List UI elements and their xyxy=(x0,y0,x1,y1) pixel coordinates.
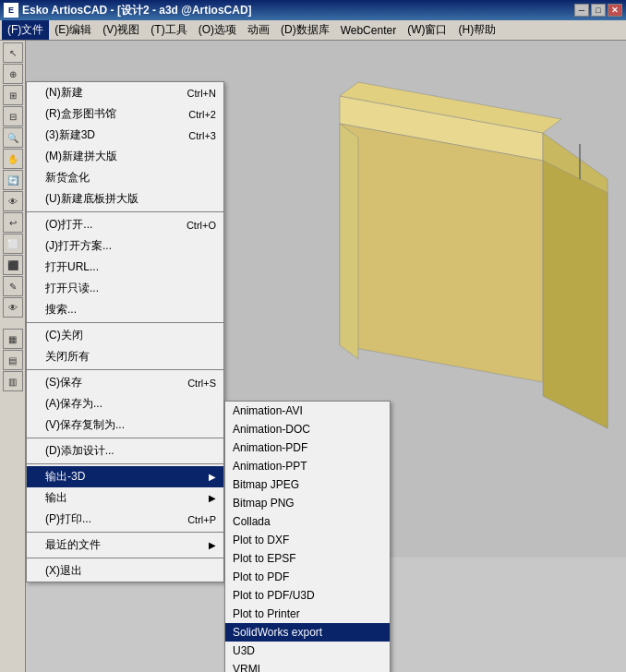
submenu-solidworks[interactable]: SolidWorks export xyxy=(225,623,390,642)
submenu-vrml[interactable]: VRML xyxy=(225,660,390,672)
menu-view[interactable]: (V)视图 xyxy=(97,20,145,40)
submenu-plot-pdf-u3d[interactable]: Plot to PDF/U3D xyxy=(225,586,390,605)
submenu-plot-printer[interactable]: Plot to Printer xyxy=(225,605,390,623)
menu-window[interactable]: (W)窗口 xyxy=(402,20,452,40)
menu-tools[interactable]: (T)工具 xyxy=(145,20,192,40)
submenu-u3d[interactable]: U3D xyxy=(225,642,390,660)
menu-new3d[interactable]: (3)新建3D Ctrl+3 xyxy=(27,125,223,146)
menu-close-all[interactable]: 关闭所有 xyxy=(27,346,223,367)
toolbar-btn-12[interactable]: ✎ xyxy=(3,276,23,296)
menu-export[interactable]: 输出 ▶ xyxy=(27,487,223,509)
close-button[interactable]: ✕ xyxy=(608,4,622,17)
menu-open-url[interactable]: 打开URL... xyxy=(27,257,223,278)
canvas-area: Y X Z (N)新建 Ctrl+N (R)盒形图书馆 Ctrl+2 xyxy=(26,41,626,672)
menu-webcenter[interactable]: WebCenter xyxy=(335,22,402,39)
minimize-button[interactable]: ─ xyxy=(574,4,589,17)
submenu-export-3d: Animation-AVI Animation-DOC Animation-PD… xyxy=(224,401,391,672)
submenu-animation-avi[interactable]: Animation-AVI xyxy=(225,402,390,420)
menu-animation[interactable]: 动画 xyxy=(242,20,275,40)
menu-save[interactable]: (S)保存 Ctrl+S xyxy=(27,372,223,393)
window-controls: ─ □ ✕ xyxy=(574,4,622,17)
left-toolbar: ↖ ⊕ ⊞ ⊟ 🔍 ✋ 🔄 👁 ↩ ⬜ ⬛ ✎ 👁 ▦ ▤ ▥ xyxy=(0,41,26,672)
title-bar: E Esko ArtiosCAD - [设计2 - a3d @ArtiosCAD… xyxy=(0,0,626,20)
menu-close[interactable]: (C)关闭 xyxy=(27,325,223,346)
menu-open-scheme[interactable]: (J)打开方案... xyxy=(27,235,223,257)
menu-new[interactable]: (N)新建 Ctrl+N xyxy=(27,82,223,103)
menu-recent[interactable]: 最近的文件 ▶ xyxy=(27,534,223,556)
separator-1 xyxy=(27,211,223,212)
toolbar-btn-3[interactable]: ⊞ xyxy=(3,85,23,105)
menu-save-as[interactable]: (A)保存为... xyxy=(27,393,223,414)
menu-new-carton[interactable]: 新货盒化 xyxy=(27,167,223,188)
svg-marker-3 xyxy=(340,124,543,382)
separator-2 xyxy=(27,322,223,323)
menu-library[interactable]: (R)盒形图书馆 Ctrl+2 xyxy=(27,103,223,125)
menu-new-baseplate[interactable]: (U)新建底板拼大版 xyxy=(27,188,223,210)
file-menu: (N)新建 Ctrl+N (R)盒形图书馆 Ctrl+2 (3)新建3D Ctr… xyxy=(26,81,224,582)
toolbar-btn-4[interactable]: ⊟ xyxy=(3,106,23,126)
menu-help[interactable]: (H)帮助 xyxy=(452,20,501,40)
menu-add-design[interactable]: (D)添加设计... xyxy=(27,440,223,462)
toolbar-btn-15[interactable]: ▤ xyxy=(3,350,23,370)
separator-4 xyxy=(27,438,223,438)
window-title: Esko ArtiosCAD - [设计2 - a3d @ArtiosCAD] xyxy=(22,3,252,18)
menu-save-copy[interactable]: (V)保存复制为... xyxy=(27,414,223,436)
toolbar-btn-14[interactable]: ▦ xyxy=(3,329,23,349)
toolbar-btn-13[interactable]: 👁 xyxy=(3,297,23,318)
menu-open[interactable]: (O)打开... Ctrl+O xyxy=(27,214,223,235)
menu-open-readonly[interactable]: 打开只读... xyxy=(27,278,223,299)
separator-5 xyxy=(27,463,223,464)
maximize-button[interactable]: □ xyxy=(591,4,606,17)
toolbar-btn-6[interactable]: ✋ xyxy=(3,149,23,169)
submenu-plot-epsf[interactable]: Plot to EPSF xyxy=(225,549,390,568)
toolbar-btn-8[interactable]: 👁 xyxy=(3,191,23,211)
submenu-animation-doc[interactable]: Animation-DOC xyxy=(225,420,390,438)
separator-7 xyxy=(27,558,223,558)
submenu-bitmap-png[interactable]: Bitmap PNG xyxy=(225,494,390,512)
menu-bar: (F)文件 (E)编辑 (V)视图 (T)工具 (O)选项 动画 (D)数据库 … xyxy=(0,20,626,41)
separator-3 xyxy=(27,369,223,370)
submenu-animation-ppt[interactable]: Animation-PPT xyxy=(225,457,390,475)
toolbar-btn-7[interactable]: 🔄 xyxy=(3,170,23,190)
menu-print[interactable]: (P)打印... Ctrl+P xyxy=(27,509,223,530)
main-layout: ↖ ⊕ ⊞ ⊟ 🔍 ✋ 🔄 👁 ↩ ⬜ ⬛ ✎ 👁 ▦ ▤ ▥ xyxy=(0,41,626,672)
menu-new-impose[interactable]: (M)新建拼大版 xyxy=(27,146,223,167)
toolbar-btn-5[interactable]: 🔍 xyxy=(3,127,23,148)
menu-export-3d[interactable]: 输出-3D ▶ xyxy=(27,466,223,487)
menu-exit[interactable]: (X)退出 xyxy=(27,560,223,582)
menu-search[interactable]: 搜索... xyxy=(27,299,223,320)
app-icon: E xyxy=(4,3,18,18)
menu-database[interactable]: (D)数据库 xyxy=(275,20,335,40)
submenu-bitmap-jpeg[interactable]: Bitmap JPEG xyxy=(225,475,390,494)
svg-marker-5 xyxy=(340,124,358,359)
menu-file[interactable]: (F)文件 xyxy=(2,20,49,40)
toolbar-btn-1[interactable]: ↖ xyxy=(3,42,23,63)
submenu-plot-dxf[interactable]: Plot to DXF xyxy=(225,531,390,549)
toolbar-btn-11[interactable]: ⬛ xyxy=(3,255,23,275)
submenu-animation-pdf[interactable]: Animation-PDF xyxy=(225,438,390,457)
submenu-collada[interactable]: Collada xyxy=(225,512,390,531)
separator-6 xyxy=(27,532,223,533)
menu-edit[interactable]: (E)编辑 xyxy=(49,20,97,40)
toolbar-btn-2[interactable]: ⊕ xyxy=(3,64,23,84)
toolbar-btn-10[interactable]: ⬜ xyxy=(3,234,23,254)
toolbar-btn-16[interactable]: ▥ xyxy=(3,371,23,391)
menu-options[interactable]: (O)选项 xyxy=(193,20,242,40)
submenu-plot-pdf[interactable]: Plot to PDF xyxy=(225,568,390,586)
svg-marker-7 xyxy=(543,161,608,428)
toolbar-btn-9[interactable]: ↩ xyxy=(3,212,23,233)
